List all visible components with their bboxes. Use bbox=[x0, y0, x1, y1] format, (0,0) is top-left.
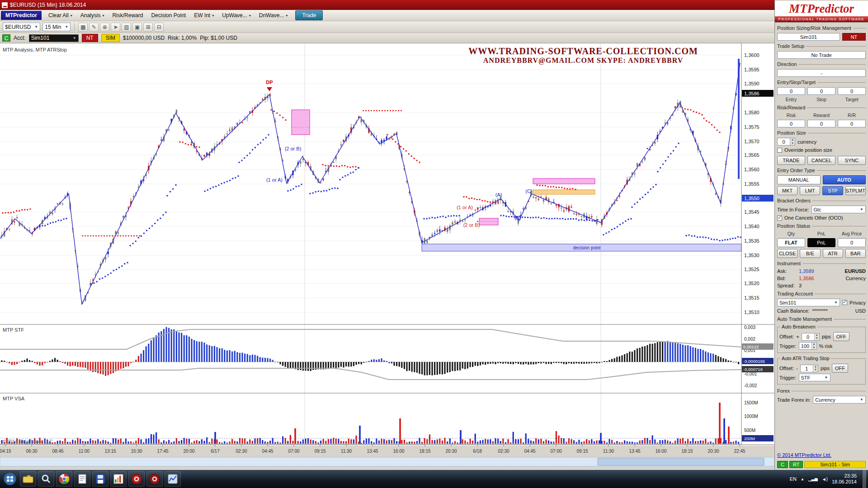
stop-field[interactable]: 0 bbox=[807, 87, 835, 95]
stepper-arrows[interactable]: ▲▼ bbox=[790, 138, 795, 145]
show-desktop-button[interactable] bbox=[863, 470, 866, 488]
trade-button[interactable]: TRADE bbox=[777, 156, 805, 165]
svg-text:04:15: 04:15 bbox=[0, 449, 11, 454]
taskbar-clock[interactable]: 23:35 18.06.2014 bbox=[832, 473, 857, 485]
volume-icon[interactable]: ◄) bbox=[822, 477, 828, 482]
risk-label: Risk bbox=[777, 113, 805, 118]
position-size-stepper[interactable]: 0 ▲▼ bbox=[777, 138, 795, 145]
close-position-button[interactable]: CLOSE bbox=[777, 249, 797, 258]
trade-forex-selector[interactable]: Currency▼ bbox=[813, 396, 866, 404]
clock-date: 18.06.2014 bbox=[832, 479, 857, 485]
svg-text:1,3525: 1,3525 bbox=[744, 267, 760, 272]
ask-value: 1,3589 bbox=[799, 268, 822, 274]
trade-panel-sidebar: MTPredictor PROFESSIONAL TRADING SOFTWAR… bbox=[774, 0, 868, 470]
mkt-button[interactable]: MKT bbox=[777, 186, 797, 195]
system-tray: EN ▲ ▁▃▅ ◄) 23:35 18.06.2014 bbox=[790, 470, 866, 488]
indicators-icon[interactable]: ▦ bbox=[78, 23, 88, 32]
ninjatrader-icon-1[interactable] bbox=[128, 471, 145, 487]
interval-selector[interactable]: 15 Min▼ bbox=[42, 23, 71, 31]
override-checkbox[interactable] bbox=[777, 148, 782, 153]
tray-expand-icon[interactable]: ▲ bbox=[801, 477, 804, 481]
ninjatrader-icon-2[interactable] bbox=[146, 471, 163, 487]
svg-text:decision point: decision point bbox=[573, 245, 600, 250]
svg-text:04:45: 04:45 bbox=[524, 449, 535, 454]
menu-item-clear-all[interactable]: Clear All▾ bbox=[44, 11, 76, 20]
price-chart-canvas[interactable]: decision pointDP(2 or B)(1 or A)(A)(B)(C… bbox=[0, 43, 774, 470]
account-selector[interactable]: Sim101▼ bbox=[29, 34, 79, 42]
trading-account-selector[interactable]: Sim101▼ bbox=[777, 299, 840, 306]
menu-item-dnwave[interactable]: DnWave...▾ bbox=[255, 11, 292, 20]
menu-item-decision-point[interactable]: Decision Point bbox=[147, 11, 190, 20]
cash-currency: USD bbox=[828, 308, 866, 314]
breakeven-button[interactable]: B/E bbox=[800, 249, 820, 258]
stplmt-button[interactable]: STPLMT bbox=[845, 186, 866, 195]
folder-icon[interactable] bbox=[20, 471, 36, 487]
auto-breakeven-group: Auto Breakeven Offset: + 0 ▲▼ pips OFF T… bbox=[777, 327, 866, 353]
trade-menu-button[interactable]: Trade bbox=[295, 10, 323, 20]
svg-text:(B): (B) bbox=[514, 215, 521, 221]
atr-offset-stepper[interactable]: 1 ▲▼ bbox=[800, 365, 818, 372]
snapshot-icon[interactable]: ▣ bbox=[132, 23, 142, 32]
oco-checkbox[interactable] bbox=[777, 216, 782, 221]
chart-style-icon[interactable]: ▥ bbox=[122, 23, 131, 32]
svg-text:200M: 200M bbox=[744, 436, 755, 441]
menu-item-ew-int[interactable]: EW Int▾ bbox=[190, 11, 218, 20]
menu-item-risk-reward[interactable]: Risk/Reward bbox=[108, 11, 147, 20]
network-icon[interactable]: ▁▃▅ bbox=[808, 477, 818, 481]
clipboard-icon[interactable]: ⊟ bbox=[154, 23, 164, 32]
zoom-icon[interactable]: ⊕ bbox=[100, 23, 109, 32]
excel-icon[interactable] bbox=[110, 471, 127, 487]
atr-button[interactable]: ATR bbox=[823, 249, 843, 258]
acct-label: Acct: bbox=[14, 35, 26, 41]
language-indicator[interactable]: EN bbox=[790, 476, 797, 482]
be-off-button[interactable]: OFF bbox=[833, 332, 849, 341]
mtpredictor-icon[interactable] bbox=[165, 471, 181, 487]
search-icon[interactable] bbox=[38, 471, 54, 487]
draw-pencil-icon[interactable]: ✎ bbox=[89, 23, 99, 32]
be-trigger-stepper[interactable]: 100 ▲▼ bbox=[799, 342, 817, 350]
save-icon[interactable] bbox=[92, 471, 108, 487]
svg-text:16:00: 16:00 bbox=[655, 449, 666, 454]
svg-text:1,3595: 1,3595 bbox=[744, 67, 760, 72]
mtpredictor-link[interactable]: © 2014 MTPredictor Ltd. bbox=[777, 452, 866, 458]
section-direction: Direction bbox=[777, 61, 866, 67]
rt-badge: RT bbox=[789, 461, 803, 468]
tif-selector[interactable]: Gtc▼ bbox=[811, 206, 866, 213]
chrome-icon[interactable] bbox=[56, 471, 72, 487]
atr-off-button[interactable]: OFF bbox=[832, 364, 848, 373]
entry-field[interactable]: 0 bbox=[777, 87, 805, 95]
svg-text:(1 or A): (1 or A) bbox=[457, 205, 473, 210]
atr-offset-label: Offset: bbox=[779, 366, 794, 371]
svg-text:16:00: 16:00 bbox=[393, 449, 404, 454]
stp-button[interactable]: STP bbox=[822, 186, 843, 195]
target-field[interactable]: 0 bbox=[838, 87, 866, 95]
atr-trigger-selector[interactable]: STF▼ bbox=[799, 374, 830, 381]
symbol-selector[interactable]: $EURUSD▼ bbox=[3, 23, 40, 31]
grid-icon[interactable]: ⊞ bbox=[143, 23, 153, 32]
bar-button[interactable]: BAR bbox=[845, 249, 866, 258]
notepad-icon[interactable] bbox=[74, 471, 90, 487]
privacy-checkbox[interactable] bbox=[842, 300, 847, 305]
section-entry-stop-target: Entry/Stop/Target bbox=[777, 80, 866, 85]
menu-item-upwave[interactable]: UpWave...▾ bbox=[218, 11, 255, 20]
be-pips-label: pips bbox=[822, 334, 831, 339]
manual-button[interactable]: MANUAL bbox=[777, 175, 821, 184]
start-button[interactable] bbox=[2, 471, 18, 487]
cursor-icon[interactable]: ➤ bbox=[111, 23, 120, 32]
reward-label: Reward bbox=[807, 113, 835, 118]
menu-item-analysis[interactable]: Analysis▾ bbox=[76, 11, 108, 20]
be-offset-stepper[interactable]: 0 ▲▼ bbox=[802, 333, 820, 341]
sync-button[interactable]: SYNC bbox=[838, 156, 866, 165]
chevron-down-icon: ▼ bbox=[834, 300, 838, 305]
svg-text:18:15: 18:15 bbox=[419, 449, 430, 454]
mtpredictor-menu-brand[interactable]: MTPredictor bbox=[1, 11, 42, 20]
toolbar-icons: ▦✎⊕➤▥▣⊞⊟ bbox=[78, 23, 164, 32]
svg-text:1,3575: 1,3575 bbox=[744, 124, 760, 130]
lmt-button[interactable]: LMT bbox=[800, 186, 820, 195]
svg-text:1,3535: 1,3535 bbox=[744, 238, 760, 244]
svg-text:22:45: 22:45 bbox=[734, 449, 745, 454]
cancel-button[interactable]: CANCEL bbox=[807, 156, 835, 165]
svg-text:1000M: 1000M bbox=[744, 414, 758, 419]
avg-col-label: Avg Price bbox=[838, 231, 866, 236]
auto-button[interactable]: AUTO bbox=[823, 175, 866, 184]
